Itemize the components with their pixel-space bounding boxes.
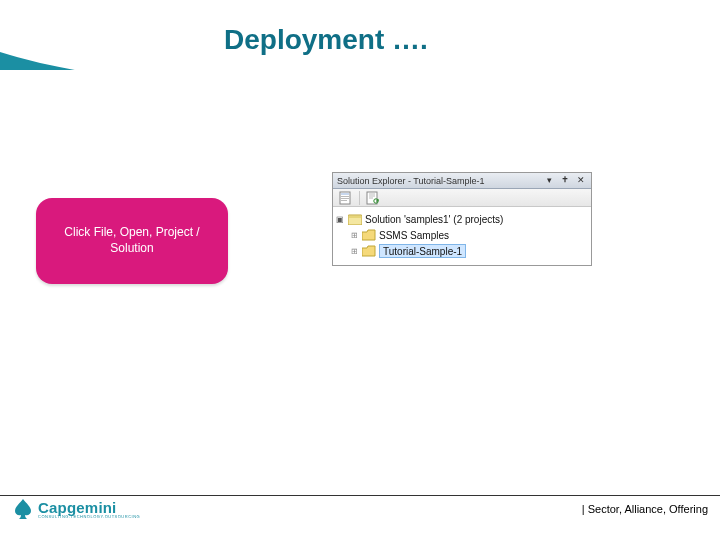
- company-logo: Capgemini CONSULTING.TECHNOLOGY.OUTSOURC…: [14, 498, 140, 520]
- dropdown-icon[interactable]: ▾: [543, 176, 555, 186]
- toolbar-separator: [359, 191, 360, 205]
- explorer-titlebar: Solution Explorer - Tutorial-Sample-1 ▾ …: [333, 173, 591, 189]
- instruction-text: Click File, Open, Project / Solution: [64, 225, 199, 256]
- expander-collapsed-icon[interactable]: ⊞: [349, 246, 359, 256]
- expander-icon[interactable]: ▣: [335, 214, 345, 224]
- tree-node[interactable]: ⊞ Tutorial-Sample-1: [335, 243, 589, 259]
- folder-icon: [362, 245, 376, 257]
- pin-icon[interactable]: [559, 176, 571, 186]
- decorative-arc: [0, 0, 260, 70]
- footer-divider: [0, 495, 720, 496]
- tree-node-label: Tutorial-Sample-1: [383, 246, 462, 257]
- tree-node-label: SSMS Samples: [379, 230, 449, 241]
- svg-rect-8: [349, 216, 361, 218]
- selected-node: Tutorial-Sample-1: [379, 244, 466, 258]
- svg-rect-1: [341, 193, 349, 195]
- svg-rect-3: [341, 198, 349, 199]
- tree-root[interactable]: ▣ Solution 'samples1' (2 projects): [335, 211, 589, 227]
- explorer-title: Solution Explorer - Tutorial-Sample-1: [337, 176, 485, 186]
- folder-icon: [362, 229, 376, 241]
- spade-icon: [14, 498, 32, 520]
- logo-text: Capgemini: [38, 500, 140, 515]
- tree-root-label: Solution 'samples1' (2 projects): [365, 214, 503, 225]
- expander-collapsed-icon[interactable]: ⊞: [349, 230, 359, 240]
- slide: Deployment …. Click File, Open, Project …: [0, 0, 720, 540]
- svg-rect-4: [341, 200, 347, 201]
- properties-icon[interactable]: [339, 191, 353, 205]
- close-icon[interactable]: ✕: [575, 176, 587, 186]
- footer-text: | Sector, Alliance, Offering: [582, 503, 708, 515]
- solution-icon: [348, 213, 362, 225]
- refresh-icon[interactable]: [366, 191, 380, 205]
- svg-rect-2: [341, 196, 349, 197]
- solution-explorer-panel: Solution Explorer - Tutorial-Sample-1 ▾ …: [332, 172, 592, 266]
- slide-title: Deployment ….: [224, 24, 428, 56]
- instruction-callout: Click File, Open, Project / Solution: [36, 198, 228, 284]
- explorer-toolbar: [333, 189, 591, 207]
- explorer-tree: ▣ Solution 'samples1' (2 projects) ⊞ SSM…: [333, 207, 591, 265]
- tree-node[interactable]: ⊞ SSMS Samples: [335, 227, 589, 243]
- logo-tagline: CONSULTING.TECHNOLOGY.OUTSOURCING: [38, 515, 140, 519]
